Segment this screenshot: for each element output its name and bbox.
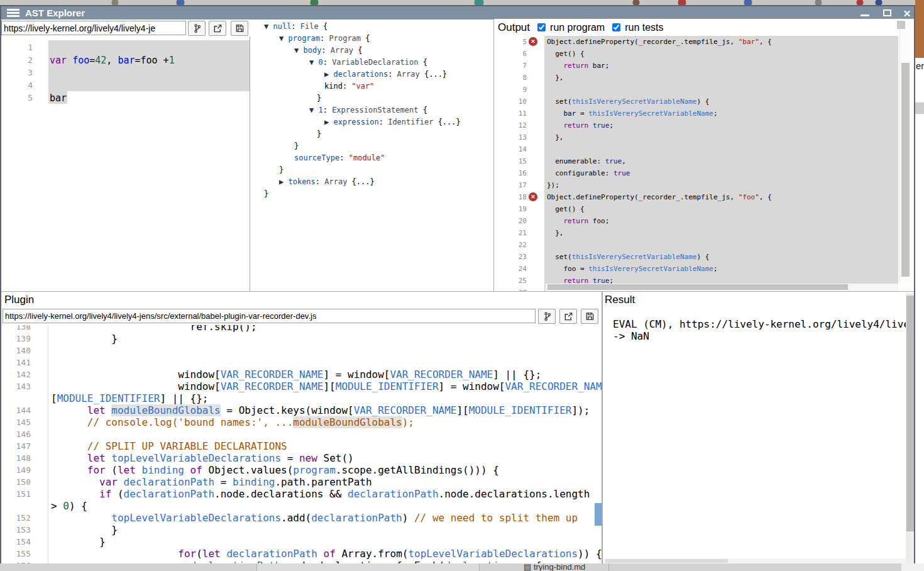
code-line[interactable]: 7 return bar; xyxy=(494,60,914,72)
code-line[interactable]: 5Object.defineProperty(_recorder_.tempfi… xyxy=(494,36,914,48)
scrollbar-thumb[interactable] xyxy=(605,559,728,563)
code-line[interactable]: 11 bar = thisIsVererySecretVariableName; xyxy=(494,108,914,119)
code-line[interactable]: 154 } xyxy=(1,536,602,548)
code-line[interactable]: 144 let moduleBoundGlobals = Object.keys… xyxy=(1,404,602,416)
code-line[interactable]: 5bar xyxy=(1,92,250,104)
code-line[interactable]: 8 }, xyxy=(494,72,914,84)
plugin-scrollbar-thumb[interactable] xyxy=(595,503,602,526)
code-line[interactable]: 15 enumerable: true, xyxy=(494,155,914,167)
ast-node[interactable]: ▼ null: File { xyxy=(250,21,493,33)
code-line[interactable]: 156 declarationPath.node.declarations.fo… xyxy=(1,560,602,563)
close-button[interactable]: ✕ xyxy=(900,8,914,18)
checkbox-run-program[interactable] xyxy=(537,23,546,31)
ast-node[interactable]: } xyxy=(250,128,493,140)
scrollbar-thumb[interactable] xyxy=(547,284,848,290)
ast-node[interactable]: ▶ declarations: Array {...} xyxy=(250,69,493,80)
source-code-editor[interactable]: 12var foo=42, bar=foo +1345bar xyxy=(1,36,250,291)
code-line[interactable]: 10 set(thisIsVererySecretVariableName) { xyxy=(494,96,914,108)
hamburger-menu-icon[interactable] xyxy=(7,9,19,18)
code-line[interactable]: 139 } xyxy=(1,333,602,345)
code-line[interactable]: 20 return foo; xyxy=(494,215,914,227)
code-line[interactable]: 4 xyxy=(1,79,250,92)
save-button[interactable] xyxy=(231,21,248,36)
collapse-arrow-icon[interactable]: ▼ xyxy=(294,46,303,55)
ast-node[interactable]: ▼ 0: VariableDeclaration { xyxy=(250,57,493,69)
code-line[interactable]: 21 }, xyxy=(494,227,914,239)
code-line[interactable]: 12 return true; xyxy=(494,119,914,131)
open-external-button[interactable] xyxy=(209,21,226,36)
output-checkbox-run-tests[interactable]: run tests xyxy=(612,22,663,33)
ast-node[interactable]: } xyxy=(250,92,493,104)
code-line[interactable]: 155 for(let declarationPath of Array.fro… xyxy=(1,548,602,560)
ast-node[interactable]: ▼ body: Array { xyxy=(250,45,493,57)
plugin-code-editor[interactable]: 138 ref.skip();139 }140141142 window[VAR… xyxy=(1,325,602,563)
code-line[interactable]: 24 foo = thisIsVererySecretVariableName; xyxy=(494,263,914,275)
scrollbar-thumb[interactable] xyxy=(906,296,914,531)
ast-node[interactable]: } xyxy=(250,188,493,200)
code-line[interactable]: 152 topLevelVariableDeclarations.add(dec… xyxy=(1,512,602,524)
maximize-button[interactable] xyxy=(880,8,894,18)
ast-node[interactable]: ▶ tokens: Array {...} xyxy=(250,176,493,188)
ast-node[interactable]: } xyxy=(250,140,493,152)
window-titlebar[interactable]: AST Explorer ✕ xyxy=(1,6,914,19)
collapse-arrow-icon[interactable]: ▼ xyxy=(309,58,318,67)
expand-arrow-icon[interactable]: ▶ xyxy=(324,118,333,126)
scrollbar-thumb[interactable] xyxy=(901,63,910,277)
code-line[interactable]: 142 window[VAR_RECORDER_NAME] = window[V… xyxy=(1,369,602,380)
code-line[interactable]: 149 for (let binding of Object.values(pr… xyxy=(1,464,602,476)
expand-arrow-icon[interactable]: ▶ xyxy=(324,70,333,79)
source-url-input[interactable] xyxy=(1,21,186,35)
code-line[interactable]: 1 xyxy=(1,42,250,54)
ast-node[interactable]: sourceType: "module" xyxy=(250,152,493,164)
code-line[interactable]: 145 // console.log('bound names:', ...mo… xyxy=(1,416,602,428)
code-line[interactable]: 153 } xyxy=(1,524,602,536)
collapse-arrow-icon[interactable]: ▼ xyxy=(309,106,318,114)
code-line[interactable]: 140 xyxy=(1,345,602,357)
output-checkbox-run-program[interactable]: run program xyxy=(537,22,605,33)
checkbox-run-tests[interactable] xyxy=(612,23,620,31)
code-line[interactable]: 14 xyxy=(494,143,914,155)
code-line[interactable]: 17}); xyxy=(494,179,914,191)
code-line[interactable]: 150 var declarationPath = binding.path.p… xyxy=(1,476,602,488)
ast-node[interactable]: ▶ expression: Identifier {...} xyxy=(250,116,493,128)
code-line[interactable]: [MODULE_IDENTIFIER] || {}; xyxy=(1,392,602,404)
result-vertical-scrollbar[interactable] xyxy=(906,293,914,563)
code-line[interactable]: 147 // SPLIT UP VARIABLE DECLARATIONS xyxy=(1,440,602,452)
ast-node[interactable]: ▼ program: Program { xyxy=(250,33,493,45)
plugin-url-input[interactable] xyxy=(3,309,536,323)
code-line[interactable]: 23 set(thisIsVererySecretVariableName) { xyxy=(494,251,914,263)
git-branch-button[interactable] xyxy=(538,309,556,324)
code-line[interactable]: 143 window[VAR_RECORDER_NAME][MODULE_IDE… xyxy=(1,380,602,392)
code-line[interactable]: 148 let topLevelVariableDeclarations = n… xyxy=(1,452,602,464)
git-branch-button[interactable] xyxy=(188,21,206,36)
output-horizontal-scrollbar[interactable] xyxy=(546,284,898,291)
ast-node[interactable]: ▼ 1: ExpressionStatement { xyxy=(250,104,493,116)
code-line[interactable]: 16 configurable: true xyxy=(494,167,914,179)
code-line[interactable]: 141 xyxy=(1,357,602,369)
code-line[interactable]: 6 get() { xyxy=(494,48,914,60)
open-external-button[interactable] xyxy=(559,309,577,324)
code-line[interactable]: 2var foo=42, bar=foo +1 xyxy=(1,54,250,67)
taskbar-tab[interactable]: ▤ trying-bind.md xyxy=(256,563,480,571)
output-code-lines[interactable]: 5Object.defineProperty(_recorder_.tempfi… xyxy=(494,36,914,291)
code-line[interactable]: 19 get() { xyxy=(494,203,914,215)
code-line[interactable]: 3 xyxy=(1,67,250,79)
ast-node[interactable]: } xyxy=(250,164,493,176)
code-line[interactable]: 18Object.defineProperty(_recorder_.tempf… xyxy=(494,191,914,203)
save-button[interactable] xyxy=(581,309,598,324)
code-line[interactable]: 22 xyxy=(494,239,914,251)
code-line[interactable]: > 0) { xyxy=(1,500,602,512)
minimize-button[interactable] xyxy=(858,8,872,18)
expand-arrow-icon[interactable]: ▶ xyxy=(279,177,288,186)
ast-node[interactable]: kind: "var" xyxy=(250,80,493,92)
output-vertical-scrollbar[interactable] xyxy=(899,21,911,282)
code-line[interactable]: 9 xyxy=(494,84,914,96)
code-line[interactable]: 146 xyxy=(1,428,602,440)
code-line[interactable]: 138 ref.skip(); xyxy=(1,325,602,333)
result-horizontal-scrollbar[interactable] xyxy=(603,558,906,563)
ast-tree-panel[interactable]: ▼ null: File {▼ program: Program {▼ body… xyxy=(250,19,494,291)
collapse-arrow-icon[interactable]: ▼ xyxy=(264,22,273,31)
collapse-arrow-icon[interactable]: ▼ xyxy=(279,34,288,43)
code-line[interactable]: 151 if (declarationPath.node.declaration… xyxy=(1,488,602,500)
code-line[interactable]: 13 }, xyxy=(494,131,914,143)
